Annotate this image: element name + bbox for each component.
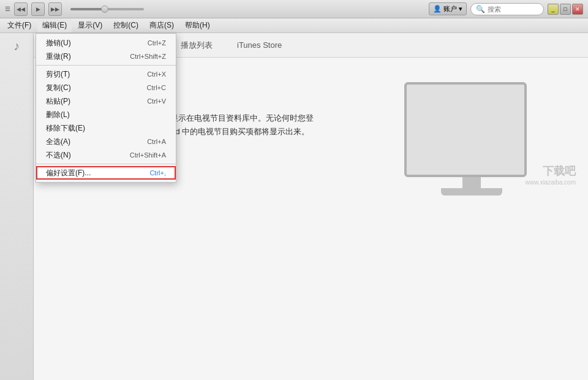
tv-screen xyxy=(404,82,527,177)
search-icon: 🔍 xyxy=(476,5,485,13)
edit-dropdown-menu: 撤销(U) Ctrl+Z 重做(R) Ctrl+Shift+Z 剪切(T) Ct… xyxy=(36,33,176,183)
menu-select-all[interactable]: 全选(A) Ctrl+A xyxy=(36,135,176,148)
menu-preferences[interactable]: 偏好设置(F)... Ctrl+, xyxy=(36,166,176,180)
title-bar: ☰ ◀◀ ▶ ▶▶ 👤 账户 ▾ 🔍 _ □ ✕ xyxy=(0,0,588,18)
menu-deselect[interactable]: 不选(N) Ctrl+Shift+A xyxy=(36,148,176,162)
tv-illustration xyxy=(404,82,539,205)
menu-store[interactable]: 商店(S) xyxy=(145,18,179,32)
separator-2 xyxy=(36,164,176,164)
menu-edit[interactable]: 编辑(E) xyxy=(37,18,72,32)
sidebar: ♪ xyxy=(0,33,34,380)
window-controls: _ □ ✕ xyxy=(548,4,583,15)
watermark-line2: www.xiazaiba.com xyxy=(526,178,576,186)
menu-bar: 文件(F) 编辑(E) 显示(V) 控制(C) 商店(S) 帮助(H) xyxy=(0,18,588,33)
account-chevron: ▾ xyxy=(459,5,462,13)
next-button[interactable]: ▶▶ xyxy=(48,2,62,16)
account-icon: 👤 xyxy=(433,5,442,13)
maximize-button[interactable]: □ xyxy=(560,4,571,15)
menu-file[interactable]: 文件(F) xyxy=(2,18,36,32)
search-input[interactable] xyxy=(488,6,537,13)
progress-bar[interactable] xyxy=(70,8,144,10)
watermark-line1: 下载吧 xyxy=(526,164,576,178)
tv-stand-base xyxy=(441,188,502,196)
tab-itunes-store[interactable]: iTunes Store xyxy=(231,37,288,53)
menu-cut[interactable]: 剪切(T) Ctrl+X xyxy=(36,67,176,81)
close-button[interactable]: ✕ xyxy=(572,4,583,15)
title-bar-right: 👤 账户 ▾ 🔍 _ □ ✕ xyxy=(429,2,583,15)
menu-icon: ☰ xyxy=(5,6,10,12)
music-icon: ♪ xyxy=(13,39,20,53)
menu-redo[interactable]: 重做(R) Ctrl+Shift+Z xyxy=(36,50,176,63)
menu-paste[interactable]: 粘贴(P) Ctrl+V xyxy=(36,94,176,108)
watermark: 下载吧 www.xiazaiba.com xyxy=(526,164,576,186)
separator-1 xyxy=(36,65,176,66)
title-bar-left: ☰ ◀◀ ▶ ▶▶ xyxy=(5,2,149,16)
prev-button[interactable]: ◀◀ xyxy=(14,2,28,16)
tv-stand-neck xyxy=(462,177,481,188)
menu-copy[interactable]: 复制(C) Ctrl+C xyxy=(36,81,176,94)
menu-remove-download[interactable]: 移除下载(E) xyxy=(36,121,176,135)
menu-help[interactable]: 帮助(H) xyxy=(180,18,215,32)
account-button[interactable]: 👤 账户 ▾ xyxy=(429,2,467,15)
menu-view[interactable]: 显示(V) xyxy=(73,18,107,32)
tab-playlist[interactable]: 播放列表 xyxy=(175,36,219,55)
minimize-button[interactable]: _ xyxy=(548,4,559,15)
menu-delete[interactable]: 删除(L) xyxy=(36,108,176,121)
search-box[interactable]: 🔍 xyxy=(470,3,544,15)
account-label: 账户 xyxy=(443,4,457,13)
menu-undo[interactable]: 撤销(U) Ctrl+Z xyxy=(36,36,176,50)
play-button[interactable]: ▶ xyxy=(31,2,45,16)
menu-control[interactable]: 控制(C) xyxy=(108,18,143,32)
